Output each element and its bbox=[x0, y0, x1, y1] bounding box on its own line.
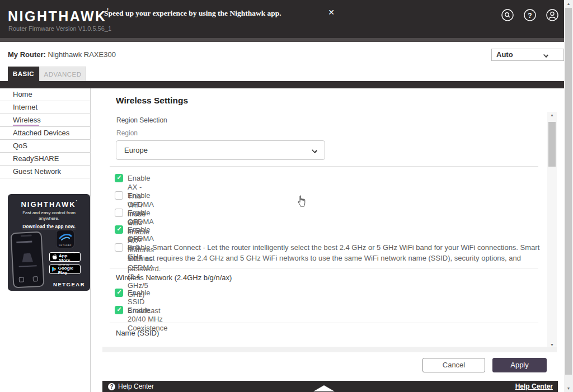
my-router-label: My Router: Nighthawk RAXE300 bbox=[8, 50, 116, 59]
sidebar-item-label: Guest Network bbox=[13, 167, 61, 176]
badge-label: Google Play bbox=[58, 266, 80, 275]
promo-nighthawk-logo: NIGHTHAWK’ bbox=[8, 200, 90, 209]
banner-close-icon[interactable]: ✕ bbox=[326, 8, 336, 18]
sidebar-item-readyshare[interactable]: ReadySHARE bbox=[0, 153, 91, 166]
nighthawk-logo: NIGHTHAWK’ bbox=[8, 7, 109, 25]
account-icon[interactable] bbox=[546, 9, 558, 21]
main-content bbox=[102, 88, 558, 381]
phone-app-icon bbox=[19, 277, 24, 282]
page-scrollbar[interactable]: ▲ ▼ bbox=[564, 0, 573, 392]
sidebar-item-internet[interactable]: Internet bbox=[0, 101, 91, 114]
sidebar-item-qos[interactable]: QoS bbox=[0, 140, 91, 153]
scroll-down-arrow-icon[interactable]: ▼ bbox=[564, 386, 573, 390]
mode-select[interactable]: Auto bbox=[491, 49, 564, 61]
content-scrollbar[interactable]: ▲ ▼ bbox=[547, 112, 557, 348]
divider bbox=[110, 268, 538, 268]
checkbox-2040-coexistence[interactable] bbox=[115, 306, 123, 314]
top-header: NIGHTHAWK’ Router Firmware Version V1.0.… bbox=[0, 0, 564, 38]
chevron-down-icon bbox=[312, 148, 317, 153]
expand-caret-icon[interactable] bbox=[313, 385, 335, 391]
checkbox-label: Enable Smart Connect - Let the router in… bbox=[128, 242, 546, 274]
tab-strip bbox=[0, 81, 564, 88]
wireless-network-section-label: Wireless Network (2.4GHz b/g/n/ax) bbox=[116, 273, 232, 282]
app-banner-text: Speed up your experience by using the Ni… bbox=[104, 9, 281, 18]
sidebar-item-wireless[interactable]: Wireless bbox=[0, 114, 91, 127]
download-app-link[interactable]: Download the app now. bbox=[8, 224, 90, 229]
ssid-label: Name (SSID) bbox=[116, 329, 159, 337]
phone-screen-detail bbox=[19, 265, 37, 267]
nighthawk-app-promo: NIGHTHAWK’ Fast and easy control from an… bbox=[8, 194, 90, 291]
checkbox-ofdma-24ghz[interactable] bbox=[115, 191, 123, 200]
apple-icon bbox=[52, 254, 57, 260]
app-icon-label: NETGEAR bbox=[57, 244, 74, 247]
sidebar-item-home[interactable]: Home bbox=[0, 88, 91, 101]
sidebar-item-guest-network[interactable]: Guest Network bbox=[0, 166, 91, 178]
svg-text:?: ? bbox=[528, 12, 532, 20]
sidebar-item-label: Wireless bbox=[13, 116, 41, 124]
sidebar-item-label: ReadySHARE bbox=[13, 154, 59, 163]
badge-label: App Store bbox=[59, 254, 80, 263]
tab-basic[interactable]: BASIC bbox=[8, 67, 39, 81]
content-bottom-strip bbox=[102, 347, 557, 352]
footer-bar: ? Help Center Help Center bbox=[102, 381, 558, 392]
phone-router-image bbox=[19, 253, 35, 262]
phone-app-icon bbox=[33, 276, 38, 281]
scrollbar-thumb[interactable] bbox=[565, 8, 572, 375]
help-center-button[interactable]: ? Help Center bbox=[108, 382, 154, 390]
google-play-icon bbox=[52, 266, 57, 272]
region-select[interactable]: Europe bbox=[116, 140, 325, 160]
phone-mockup-image bbox=[10, 232, 44, 289]
active-underline bbox=[13, 125, 39, 126]
phone-notch bbox=[21, 235, 32, 237]
sidebar-item-label: QoS bbox=[13, 141, 27, 150]
region-label: Region bbox=[116, 129, 138, 137]
chevron-down-icon bbox=[543, 53, 548, 58]
promo-tagline: Fast and easy control from anywhere. bbox=[13, 210, 84, 221]
checkbox-ssid-broadcast[interactable] bbox=[115, 289, 123, 297]
page-title: Wireless Settings bbox=[116, 96, 188, 106]
help-icon[interactable]: ? bbox=[524, 9, 536, 21]
mode-select-value: Auto bbox=[496, 50, 513, 59]
phone-screen-detail bbox=[16, 241, 32, 243]
header-divider-strip bbox=[0, 38, 564, 42]
scrollbar-thumb[interactable] bbox=[548, 122, 556, 167]
region-section-label: Region Selection bbox=[116, 116, 167, 124]
help-circle-icon: ? bbox=[108, 383, 115, 390]
sidebar-item-label: Home bbox=[13, 90, 32, 98]
app-store-badge[interactable]: Download on theApp Store bbox=[49, 252, 81, 262]
google-play-badge[interactable]: GET IT ONGoogle Play bbox=[49, 265, 81, 274]
tab-advanced[interactable]: ADVANCED bbox=[39, 67, 86, 81]
help-center-link[interactable]: Help Center bbox=[515, 382, 553, 390]
scroll-up-arrow-icon[interactable]: ▲ bbox=[547, 113, 557, 117]
checkbox-enable-ax[interactable] bbox=[115, 174, 123, 182]
netgear-wordmark: NETGEAR bbox=[53, 281, 85, 287]
checkbox-smart-connect[interactable] bbox=[115, 243, 123, 252]
netgear-app-icon: NETGEAR bbox=[56, 230, 74, 248]
sidebar-item-label: Internet bbox=[13, 103, 37, 111]
region-select-value: Europe bbox=[124, 146, 148, 154]
checkbox-ofdma-5ghz[interactable] bbox=[115, 209, 123, 217]
search-icon[interactable] bbox=[501, 9, 514, 21]
cancel-button[interactable]: Cancel bbox=[422, 358, 485, 372]
firmware-version: Router Firmware Version V1.0.5.56_1 bbox=[8, 25, 111, 32]
help-center-label: Help Center bbox=[118, 382, 154, 390]
scroll-up-arrow-icon[interactable]: ▲ bbox=[564, 2, 573, 6]
router-bar: My Router: Nighthawk RAXE300 bbox=[0, 42, 564, 67]
sidebar-item-attached-devices[interactable]: Attached Devices bbox=[0, 127, 91, 140]
divider bbox=[110, 166, 538, 167]
sidebar-item-label: Attached Devices bbox=[13, 129, 69, 137]
apply-button[interactable]: Apply bbox=[492, 358, 547, 372]
scroll-down-arrow-icon[interactable]: ▼ bbox=[547, 343, 557, 347]
checkbox-ofdma-6ghz[interactable] bbox=[115, 225, 123, 234]
divider bbox=[110, 323, 538, 323]
